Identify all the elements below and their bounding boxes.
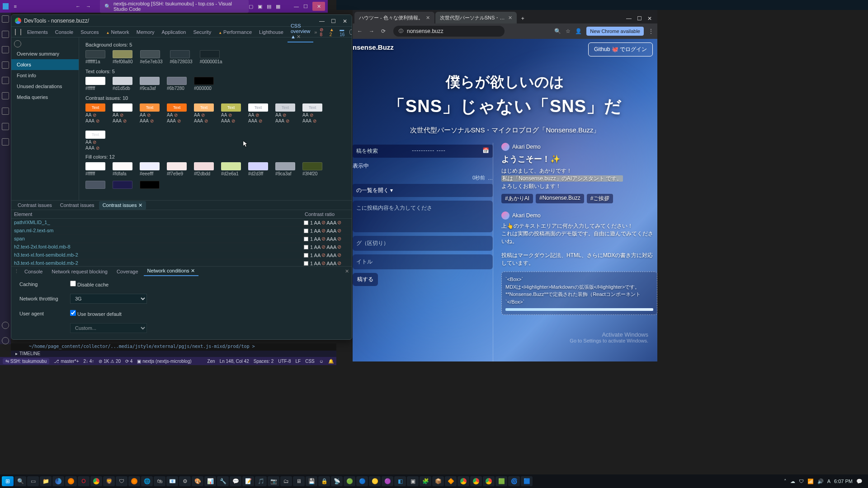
opera-icon[interactable]: O — [78, 476, 90, 486]
reload-icon[interactable]: ⟳ — [380, 28, 387, 34]
color-swatch[interactable]: #6b728033 — [170, 50, 193, 64]
tray-wifi-icon[interactable]: 📶 — [807, 479, 814, 484]
omnibox[interactable]: ⓘ nonsense.buzz — [393, 26, 505, 37]
error-badge[interactable]: ⊘ 8 — [318, 27, 326, 38]
contrast-swatch[interactable]: TextAA⊘AAA⊘ — [167, 103, 187, 123]
app-icon[interactable]: 🧩 — [420, 476, 431, 486]
bell-icon[interactable]: 🔔 — [328, 359, 334, 364]
maximize-icon[interactable]: ☐ — [303, 4, 308, 9]
ua-default-checkbox[interactable]: Use browser default — [70, 310, 122, 317]
color-swatch[interactable]: #fef08a80 — [113, 50, 133, 64]
tray-ime-icon[interactable]: A — [827, 479, 830, 484]
issue-row[interactable]: span.ml-2.text-sm1 AA ⊘ AAA ⊘ — [11, 227, 352, 235]
refresh-icon[interactable] — [14, 40, 21, 47]
tab-memory[interactable]: Memory — [133, 28, 158, 37]
avatar[interactable] — [501, 143, 509, 151]
color-swatch[interactable]: #0000001a — [200, 50, 222, 64]
color-swatch[interactable]: #f2dbdd — [194, 162, 214, 176]
update-button[interactable]: New Chrome available — [586, 27, 644, 36]
maximize-icon[interactable]: ☐ — [637, 15, 642, 22]
remote-indicator[interactable]: ⇋ SSH: tsukumoubu — [3, 358, 49, 364]
issue-row[interactable]: h3.text-xl.font-semibold.mb-21 AA ⊘ AAA … — [11, 251, 352, 259]
tag[interactable]: #ご挨拶 — [587, 194, 613, 203]
tag[interactable]: #あかりAI — [501, 194, 533, 203]
spaces[interactable]: Spaces: 2 — [254, 359, 274, 364]
color-swatch[interactable]: #ffffff — [85, 77, 105, 91]
warning-badge[interactable]: ▲ 2 — [328, 27, 336, 38]
problems[interactable]: ⊘ 1K ⚠ 20 — [99, 359, 121, 364]
contrast-swatch[interactable]: TextAA⊘AAA⊘ — [113, 103, 132, 123]
tray-clock[interactable]: 6:07 PM — [834, 479, 853, 484]
debug-icon[interactable] — [2, 61, 9, 69]
contrast-swatch[interactable]: TextAA⊘AAA⊘ — [221, 103, 241, 123]
gear-icon[interactable] — [2, 337, 9, 344]
color-swatch[interactable]: #d1d5db — [113, 77, 132, 91]
sidebar-font-info[interactable]: Font info — [11, 70, 79, 81]
app-icon[interactable]: 📡 — [331, 476, 343, 486]
chrome-canary-icon[interactable] — [470, 476, 482, 486]
taskview-icon[interactable]: ▭ — [27, 476, 39, 486]
contrast-swatch[interactable]: TextAA⊘AAA⊘ — [85, 103, 105, 123]
drawer-netblock[interactable]: Network request blocking — [48, 267, 111, 276]
color-swatch[interactable]: #fdfafa — [113, 162, 132, 176]
back-icon[interactable]: ← — [75, 4, 80, 9]
app-icon[interactable]: 🎵 — [255, 476, 267, 486]
color-swatch[interactable]: #e5e7eb33 — [140, 50, 163, 64]
app-icon[interactable]: 🦁 — [103, 476, 115, 486]
app-icon[interactable]: ⚙ — [179, 476, 191, 486]
test-icon[interactable] — [2, 108, 9, 115]
terminal-icon[interactable]: ▣ — [407, 476, 419, 486]
close-icon[interactable]: ✕ — [138, 202, 142, 208]
chromium-icon[interactable] — [483, 476, 495, 486]
gear-icon[interactable] — [349, 29, 352, 35]
start-button[interactable]: ⊞ — [2, 476, 14, 486]
issues-tab[interactable]: Contrast issues — [14, 201, 56, 209]
layout-icon[interactable]: ▢ — [249, 4, 253, 9]
docker-icon[interactable] — [2, 123, 9, 130]
minimize-icon[interactable]: — — [319, 18, 325, 23]
issue-row[interactable]: span1 AA ⊘ AAA ⊘ — [11, 235, 352, 243]
color-swatch[interactable]: #d2e6a1 — [221, 162, 241, 176]
ports[interactable]: ⟳ 4 — [125, 359, 132, 364]
vscode-timeline[interactable]: TIMELINE — [11, 351, 336, 357]
app-icon[interactable]: 🗂 — [280, 476, 292, 486]
layout-icon[interactable]: ▦ — [276, 4, 280, 9]
post-button[interactable]: 稿する — [353, 273, 378, 286]
tag-input[interactable]: グ（区切り） — [353, 236, 493, 251]
cursor-pos[interactable]: Ln 148, Col 42 — [220, 359, 249, 364]
info-badge[interactable]: ▬ 16 — [338, 27, 348, 38]
close-icon[interactable]: ✕ — [343, 18, 348, 23]
more-icon[interactable]: … — [488, 175, 493, 181]
scm-icon[interactable] — [2, 46, 9, 53]
remote-icon[interactable] — [2, 92, 9, 99]
app-icon[interactable]: 📝 — [242, 476, 254, 486]
issues-tab[interactable]: Contrast issues ✕ — [99, 201, 146, 210]
color-swatch[interactable]: #d2d3ff — [248, 162, 268, 176]
open-list-button[interactable]: の一覧を開く — [353, 184, 493, 197]
maximize-icon[interactable]: ☐ — [331, 18, 336, 23]
search-input[interactable]: 稿を検索---------- ----📅 — [353, 145, 493, 158]
tab-network[interactable]: Network — [103, 28, 132, 37]
app-icon[interactable]: 🔒 — [318, 476, 330, 486]
contrast-swatch[interactable]: TextAA⊘AAA⊘ — [302, 103, 322, 123]
chrome-icon[interactable] — [90, 476, 102, 486]
close-icon[interactable]: ✕ — [191, 268, 195, 273]
app-icon[interactable]: 📷 — [268, 476, 279, 486]
tray-volume-icon[interactable]: 🔊 — [817, 479, 824, 484]
avatar[interactable] — [501, 211, 509, 220]
issue-row[interactable]: h2.text-2xl.font-bold.mb-81 AA ⊘ AAA ⊘ — [11, 243, 352, 251]
close-icon[interactable]: ✕ — [312, 2, 325, 11]
kebab-icon[interactable]: ⋮ — [648, 28, 654, 34]
color-swatch[interactable]: #ffffff1a — [85, 50, 105, 64]
tab-console[interactable]: Console — [52, 28, 76, 37]
tab-security[interactable]: Security — [190, 28, 214, 37]
color-swatch[interactable]: #9ca3af — [140, 77, 160, 91]
disable-cache-checkbox[interactable]: Disable cache — [70, 281, 108, 287]
tab-elements[interactable]: Elements — [24, 28, 51, 37]
encoding[interactable]: UTF-8 — [278, 359, 291, 364]
app-icon[interactable]: 🟢 — [344, 476, 355, 486]
app-icon[interactable]: 🟩 — [495, 476, 507, 486]
app-icon[interactable]: 🌀 — [508, 476, 520, 486]
sidebar-overview[interactable]: Overview summary — [11, 48, 79, 59]
app-icon[interactable]: 🟣 — [382, 476, 393, 486]
